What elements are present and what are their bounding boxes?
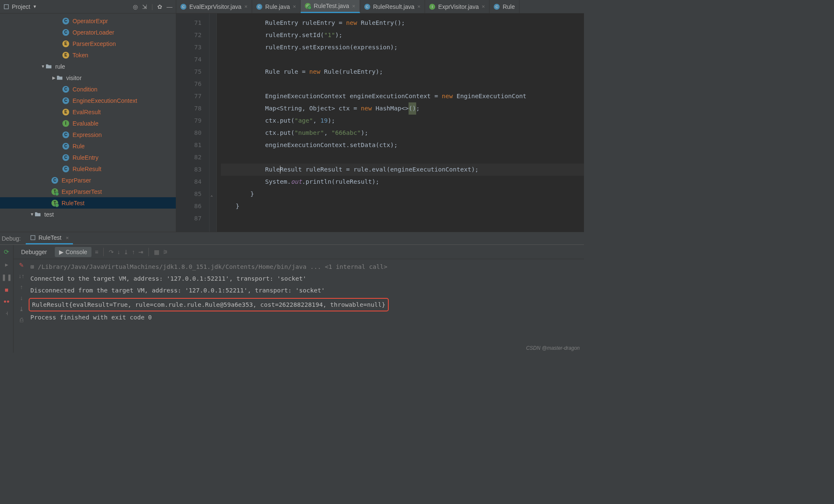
code-line[interactable]: RuleEntry ruleEntry = new RuleEntry(); (221, 17, 584, 29)
close-icon[interactable]: × (352, 3, 355, 9)
tree-item-evalresult[interactable]: EEvalResult (0, 106, 176, 118)
tree-item-exprparsertest[interactable]: TExprParserTest (0, 186, 176, 197)
tree-item-evaluable[interactable]: IEvaluable (0, 118, 176, 129)
tree-item-condition[interactable]: CCondition (0, 83, 176, 95)
expand-icon[interactable]: ▼ (40, 64, 46, 69)
file-type-icon: C (62, 154, 69, 161)
tree-item-exprparser[interactable]: CExprParser (0, 174, 176, 186)
expand-icon[interactable]: ▼ (30, 212, 35, 217)
code-line[interactable] (221, 78, 584, 90)
close-icon[interactable]: × (417, 3, 421, 10)
code-line[interactable]: RuleResult ruleResult = rule.eval(engine… (221, 164, 584, 176)
console-line: Disconnected from the target VM, address… (30, 284, 584, 296)
code-line[interactable] (221, 212, 584, 225)
project-tree[interactable]: COperatorExprCOperatorLoaderEParserExcep… (0, 13, 176, 232)
tree-item-rule[interactable]: ▼ rule (0, 61, 176, 72)
force-step-into-icon[interactable]: ⤓ (124, 249, 129, 255)
up-icon[interactable]: ↑ (20, 284, 23, 290)
console-output[interactable]: ⊞ /Library/Java/JavaVirtualMachines/jdk1… (30, 259, 584, 353)
close-icon[interactable]: × (66, 235, 69, 241)
tree-item-visitor[interactable]: ▶ visitor (0, 72, 176, 83)
resume-icon[interactable]: ▸ (5, 261, 8, 268)
tree-item-ruleentry[interactable]: CRuleEntry (0, 152, 176, 163)
file-type-icon: C (62, 29, 69, 36)
code-line[interactable]: } (221, 200, 584, 212)
tree-item-label: Evaluable (73, 120, 99, 127)
debug-config-tab[interactable]: RuleTest × (26, 232, 73, 244)
file-type-icon: C (364, 4, 370, 10)
tree-item-ruleresult[interactable]: CRuleResult (0, 163, 176, 174)
print-icon[interactable]: ⎙ (20, 316, 23, 323)
file-type-icon: C (180, 4, 186, 10)
stop-icon[interactable]: ■ (5, 286, 8, 293)
breakpoints-icon[interactable]: ●● (3, 298, 10, 304)
editor-pane: CEvalExprVisitor.java×CRule.java×CRuleTe… (176, 0, 584, 232)
tab-console[interactable]: ▶ Console (55, 247, 91, 257)
tree-item-parserexception[interactable]: EParserException (0, 38, 176, 49)
edit-icon[interactable]: ✎ (19, 262, 24, 268)
step-over-icon[interactable]: ↷ (109, 249, 114, 255)
editor-tabs[interactable]: CEvalExprVisitor.java×CRule.java×CRuleTe… (176, 0, 584, 13)
project-icon (3, 4, 9, 10)
code-line[interactable]: Rule rule = new Rule(ruleEntry); (221, 66, 584, 78)
fold-icon[interactable]: ⌃ (210, 191, 213, 203)
gear-icon[interactable]: ✿ (157, 3, 162, 10)
expand-icon[interactable]: ▶ (51, 75, 56, 80)
close-icon[interactable]: × (244, 3, 248, 10)
tree-item-ruletest[interactable]: TRuleTest (0, 197, 176, 209)
close-icon[interactable]: × (482, 3, 485, 10)
tab-evalexprvisitor-java[interactable]: CEvalExprVisitor.java× (176, 0, 252, 13)
tree-item-expression[interactable]: CExpression (0, 129, 176, 140)
svg-rect-0 (4, 5, 8, 9)
close-icon[interactable]: × (293, 3, 296, 10)
chevron-down-icon: ▼ (33, 4, 37, 9)
code-line[interactable]: ctx.put("age", 19); (221, 115, 584, 127)
tree-item-engineexecutioncontext[interactable]: CEngineExecutionContext (0, 95, 176, 106)
fold-gutter: ⌃ (209, 13, 217, 232)
pause-icon[interactable]: ❚❚ (1, 273, 12, 281)
layout-icon[interactable]: ⫞ (5, 309, 8, 316)
scroll-end-icon[interactable]: ⤓ (19, 306, 24, 312)
step-into-icon[interactable]: ↓ (117, 249, 120, 255)
soft-wrap-icon[interactable]: ↓↑ (19, 273, 24, 279)
tab-ruletest-java[interactable]: CRuleTest.java× (301, 0, 360, 13)
locate-icon[interactable]: ◎ (133, 3, 138, 10)
code-line[interactable]: Map<String, Object> ctx = new HashMap<>(… (221, 102, 584, 115)
code-line[interactable]: ctx.put("number", "666abc"); (221, 127, 584, 139)
project-dropdown[interactable]: Project ▼ (3, 3, 37, 10)
code-area[interactable]: RuleEntry ruleEntry = new RuleEntry(); r… (217, 13, 584, 232)
tree-item-test[interactable]: ▼ test (0, 209, 176, 220)
file-type-icon: T (51, 200, 58, 206)
code-line[interactable]: EngineExecutionContext engineExecutionCo… (221, 90, 584, 102)
step-out-icon[interactable]: ↑ (132, 249, 135, 255)
tab-rule[interactable]: CRule (490, 0, 519, 13)
tree-item-operatorloader[interactable]: COperatorLoader (0, 27, 176, 38)
file-type-icon: C (62, 166, 69, 172)
minimize-icon[interactable]: — (167, 3, 172, 10)
code-line[interactable]: } (221, 188, 584, 200)
evaluate-icon[interactable]: ▦ (154, 249, 159, 255)
code-line[interactable]: System.out.println(ruleResult); (221, 176, 584, 188)
collapse-icon[interactable]: ⇲ (142, 3, 147, 10)
code-line[interactable] (221, 54, 584, 66)
threads-icon[interactable]: ≡ (95, 249, 98, 255)
file-type-icon: E (62, 40, 69, 47)
tab-debugger[interactable]: Debugger (17, 247, 51, 257)
tree-item-rule[interactable]: CRule (0, 140, 176, 152)
down-icon[interactable]: ↓ (20, 295, 23, 301)
tab-exprvisitor-java[interactable]: IExprVisitor.java× (425, 0, 490, 13)
code-line[interactable]: engineExecutionContext.setData(ctx); (221, 139, 584, 151)
tree-item-label: RuleTest (62, 200, 84, 206)
code-line[interactable] (221, 151, 584, 164)
tree-item-operatorexpr[interactable]: COperatorExpr (0, 15, 176, 27)
debug-tab-icon (30, 235, 36, 241)
tree-item-label: OperatorExpr (73, 18, 108, 24)
rerun-icon[interactable]: ⟳ (4, 248, 9, 256)
code-line[interactable]: ruleEntry.setId("1"); (221, 29, 584, 41)
tab-rule-java[interactable]: CRule.java× (252, 0, 301, 13)
tree-item-token[interactable]: EToken (0, 49, 176, 61)
run-to-cursor-icon[interactable]: ⇥ (138, 249, 143, 255)
settings-icon[interactable]: ⚞ (163, 249, 168, 255)
tab-ruleresult-java[interactable]: CRuleResult.java× (360, 0, 425, 13)
code-line[interactable]: ruleEntry.setExpression(expression); (221, 41, 584, 54)
